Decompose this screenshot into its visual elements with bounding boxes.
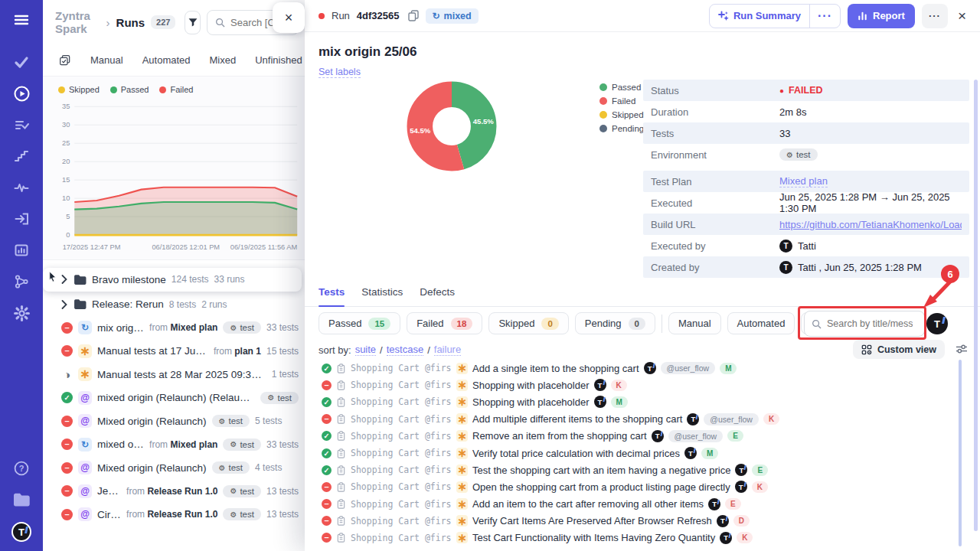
run-list-item[interactable]: Mixed origin (Relaunch) test 4 tests — [43, 456, 305, 480]
runs-icon[interactable] — [12, 84, 31, 103]
report-button[interactable]: Report — [848, 4, 915, 28]
projects-icon[interactable] — [12, 491, 31, 509]
help-icon[interactable]: ? — [12, 459, 31, 478]
detail-value[interactable]: test — [779, 148, 818, 161]
run-type-badge[interactable]: mixed — [426, 8, 479, 24]
runs-tab[interactable]: Mixed — [210, 54, 237, 66]
legend-item: Passed — [599, 83, 644, 92]
legend-dot — [599, 111, 607, 119]
runs-tab[interactable]: Manual — [90, 54, 123, 66]
breadcrumb-page: Runs — [116, 16, 145, 29]
manual-test-icon — [456, 363, 468, 374]
test-row[interactable]: Shopping Cart @first… Add multiple diffe… — [305, 411, 963, 428]
detail-value[interactable]: Tatti — [779, 240, 816, 253]
test-plans-icon[interactable] — [12, 116, 31, 134]
run-list-item[interactable]: Manual tests at 28 Mar 2025 09:33 (Relau… — [43, 363, 305, 386]
sort-by-failure[interactable]: failure — [434, 344, 461, 356]
close-panel-button[interactable]: × — [273, 2, 305, 33]
chevron-right-icon[interactable] — [61, 275, 68, 284]
test-tag: @user_flow — [661, 362, 716, 374]
sort-by-testcase[interactable]: testcase — [387, 344, 423, 356]
status-filter-chip[interactable]: Passed 15 — [318, 312, 400, 334]
environment-badge: test — [223, 508, 261, 520]
detail-value[interactable]: 33 — [779, 128, 790, 139]
runs-tab[interactable]: Automated — [142, 54, 191, 66]
status-icon — [322, 380, 332, 390]
legend-item: Skipped — [58, 85, 100, 94]
test-row[interactable]: Shopping Cart @first… Open the shopping … — [305, 478, 963, 495]
detail-value[interactable]: 2m 8s — [779, 106, 806, 118]
test-row[interactable]: Shopping Cart @first… Verify total price… — [305, 445, 963, 461]
milestone-badge: E — [752, 465, 768, 476]
run-title-heading: mix origin 25/06 — [305, 32, 980, 60]
test-suite: Shopping Cart @first… — [351, 499, 452, 510]
test-row[interactable]: Shopping Cart @first… Shopping with plac… — [305, 393, 963, 410]
svg-text:?: ? — [19, 464, 24, 473]
status-filter-chip[interactable]: Failed 18 — [407, 312, 482, 334]
panel-scrollbar[interactable] — [974, 80, 978, 531]
test-row[interactable]: Shopping Cart @first… Verify Cart Items … — [305, 513, 963, 530]
filter-button[interactable] — [185, 11, 201, 34]
run-list-item[interactable]: mixed origin (Relaunch) (Relaunch) test — [43, 386, 305, 410]
sort-by-row: sort by: suite / testcase / failure — [318, 344, 461, 356]
run-list-item[interactable]: Jenkins run from Release Run 1.0 test 13… — [43, 480, 305, 504]
run-summary-button[interactable]: Run Summary ··· — [709, 4, 841, 28]
milestones-icon[interactable] — [12, 147, 31, 165]
detail-value[interactable]: Tatti , Jun 25, 2025 1:28 PM — [779, 261, 922, 274]
runs-tab[interactable]: Unfinished — [255, 54, 302, 66]
test-row[interactable]: Shopping Cart @first… Test Cart Function… — [305, 530, 963, 546]
detail-value[interactable]: FAILED — [779, 85, 823, 96]
status-filter-chip[interactable]: Pending 0 — [575, 312, 655, 334]
test-row[interactable]: Shopping Cart @first… Add an item to the… — [305, 496, 963, 513]
test-title: Remove an item from the shopping cart — [472, 430, 647, 442]
chevron-right-icon[interactable] — [61, 300, 68, 309]
test-row[interactable]: Shopping Cart @first… Remove an item fro… — [305, 428, 963, 445]
run-list-item[interactable]: Mixed origin (Relaunch) test 5 tests — [43, 409, 305, 433]
test-row[interactable]: Shopping Cart @first… Test the shopping … — [305, 461, 963, 478]
detail-value[interactable]: https://github.com/TetianaKhomenko/Load-… — [779, 219, 962, 230]
copy-icon[interactable] — [408, 10, 419, 21]
sort-by-suite[interactable]: suite — [355, 344, 376, 356]
tests-scrollbar[interactable] — [959, 360, 962, 546]
test-search-input[interactable] — [827, 318, 913, 329]
test-row[interactable]: Shopping Cart @first… Shopping with plac… — [305, 377, 963, 393]
run-list-item[interactable]: Release: Rerun 8 tests 2 runs — [43, 293, 305, 317]
set-labels-link[interactable]: Set labels — [318, 67, 361, 78]
reports-icon[interactable] — [12, 241, 31, 259]
run-title: Mixed origin (Relaunch) — [97, 462, 207, 474]
menu-icon[interactable] — [12, 11, 31, 29]
integrations-icon[interactable] — [12, 272, 31, 291]
imports-icon[interactable] — [12, 210, 31, 228]
test-row[interactable]: Shopping Cart @first… Add a single item … — [305, 360, 963, 377]
select-all-icon[interactable] — [58, 54, 71, 67]
run-list-item[interactable]: Bravo milestone 124 tests 33 runs — [43, 268, 302, 292]
status-filter-chip[interactable]: Skipped 0 — [488, 312, 568, 334]
detail-tab[interactable]: Statistics — [361, 286, 403, 306]
test-suite: Shopping Cart @first… — [351, 363, 452, 373]
breadcrumb-app[interactable]: Zyntra Spark — [55, 9, 100, 35]
run-list-item[interactable]: Circle CI run from Release Run 1.0 test … — [43, 503, 305, 527]
more-actions-button[interactable]: ··· — [922, 4, 948, 28]
run-list-item[interactable]: Manual tests at 17 Jun 2025 10:09 from p… — [43, 340, 305, 364]
type-filter-chip[interactable]: Automated — [727, 312, 795, 334]
detail-tab[interactable]: Tests — [318, 286, 345, 306]
type-filter-chip[interactable]: Manual — [668, 312, 721, 334]
detail-value[interactable]: Jun 25, 2025 1:28 PM → Jun 25, 2025 1:30… — [779, 191, 962, 214]
custom-view-button[interactable]: Custom view — [853, 340, 945, 359]
detail-value[interactable]: Mixed plan — [779, 175, 828, 187]
test-search[interactable] — [804, 311, 925, 337]
view-settings-icon[interactable] — [956, 344, 968, 354]
user-avatar[interactable]: T — [11, 522, 31, 542]
milestone-badge: M — [701, 448, 718, 459]
run-type-icon — [78, 344, 92, 358]
assignee-avatar[interactable]: T — [926, 313, 948, 334]
run-summary-more-icon[interactable]: ··· — [810, 9, 840, 23]
settings-icon[interactable] — [12, 304, 31, 322]
activity-icon[interactable] — [12, 178, 31, 197]
manual-test-icon — [456, 413, 468, 425]
close-run-button[interactable]: × — [955, 8, 969, 24]
detail-tab[interactable]: Defects — [420, 286, 455, 306]
run-list-item[interactable]: mixed origin (Relaunch) from Mixed plan … — [43, 433, 305, 457]
run-list-item[interactable]: mix origin 25/06 from Mixed plan test 33… — [43, 316, 305, 340]
tests-icon[interactable] — [12, 53, 31, 71]
